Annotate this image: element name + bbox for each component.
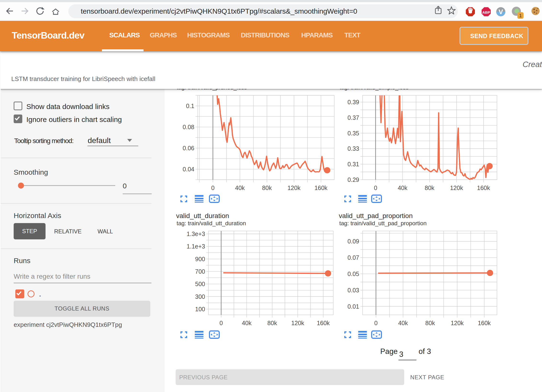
svg-text:0.09: 0.09 xyxy=(347,238,359,245)
svg-text:40k: 40k xyxy=(398,184,408,191)
svg-text:0.33: 0.33 xyxy=(347,145,359,152)
svg-text:0.39: 0.39 xyxy=(347,99,359,105)
svg-text:0.06: 0.06 xyxy=(183,145,194,151)
svg-text:300: 300 xyxy=(195,293,205,300)
svg-text:80k: 80k xyxy=(425,184,435,191)
svg-text:40k: 40k xyxy=(242,320,252,326)
svg-text:40k: 40k xyxy=(235,184,245,191)
svg-text:80k: 80k xyxy=(262,184,272,191)
svg-text:120k: 120k xyxy=(451,320,464,326)
svg-text:ABP: ABP xyxy=(482,10,490,14)
svg-text:0.08: 0.08 xyxy=(183,124,194,130)
svg-text:0: 0 xyxy=(374,184,377,191)
svg-text:700: 700 xyxy=(195,268,205,275)
svg-text:0.04: 0.04 xyxy=(183,166,194,173)
svg-text:0: 0 xyxy=(211,184,215,191)
svg-text:160k: 160k xyxy=(478,320,491,326)
svg-text:0: 0 xyxy=(374,320,378,326)
svg-text:0.37: 0.37 xyxy=(347,114,359,121)
svg-text:0.03: 0.03 xyxy=(347,287,359,294)
svg-text:1.3e+3: 1.3e+3 xyxy=(187,231,205,237)
svg-text:500: 500 xyxy=(195,281,205,287)
svg-text:120k: 120k xyxy=(291,320,304,326)
svg-text:900: 900 xyxy=(195,256,205,262)
svg-text:0.35: 0.35 xyxy=(347,130,359,137)
svg-text:100: 100 xyxy=(195,306,205,312)
svg-text:120k: 120k xyxy=(288,184,301,191)
svg-text:80k: 80k xyxy=(425,320,435,326)
svg-text:160k: 160k xyxy=(314,184,328,191)
svg-text:V: V xyxy=(499,8,503,16)
svg-text:0.05: 0.05 xyxy=(347,271,359,277)
svg-text:1: 1 xyxy=(519,13,522,18)
svg-text:0: 0 xyxy=(219,320,223,326)
svg-text:1.1e+3: 1.1e+3 xyxy=(187,243,205,250)
svg-text:80k: 80k xyxy=(267,320,277,326)
svg-text:0.31: 0.31 xyxy=(347,161,359,167)
svg-text:160k: 160k xyxy=(317,320,330,326)
svg-text:120k: 120k xyxy=(450,184,463,191)
svg-text:0.1: 0.1 xyxy=(186,103,194,109)
svg-text:0.07: 0.07 xyxy=(347,254,359,261)
svg-text:0.01: 0.01 xyxy=(347,303,359,310)
svg-text:40k: 40k xyxy=(398,320,408,326)
svg-text:160k: 160k xyxy=(477,184,490,191)
svg-text:0.29: 0.29 xyxy=(347,176,359,183)
